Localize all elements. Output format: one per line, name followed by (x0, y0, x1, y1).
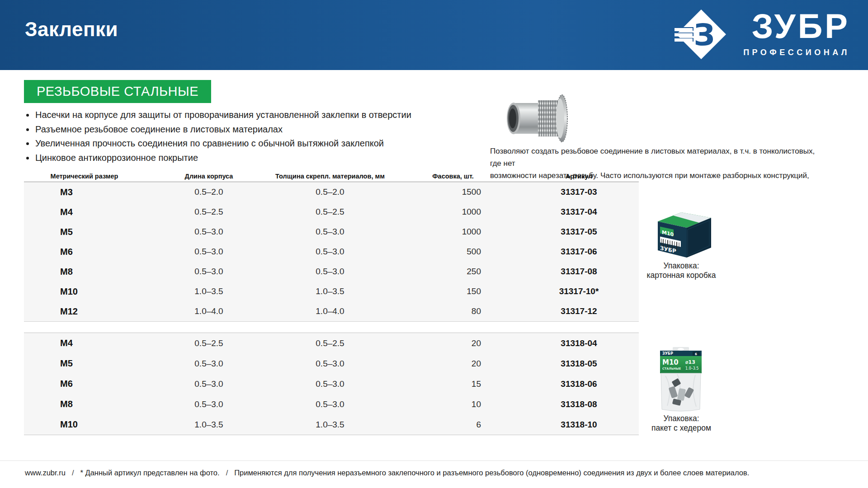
table-cell: М3 (24, 187, 145, 197)
table-cell: 0.5–3.0 (145, 267, 273, 277)
table-row: М80.5–3.00.5–3.01031318-08 (24, 394, 639, 414)
rivet-nut-image (503, 93, 579, 145)
svg-text:СТАЛЬНЫЕ: СТАЛЬНЫЕ (662, 367, 681, 371)
table-cell: М8 (24, 267, 145, 277)
table-cell: 15 (387, 379, 519, 389)
column-header: Длина корпуса (145, 173, 273, 180)
table-cell: 1.0–3.5 (273, 420, 387, 430)
table-cell: 0.5–2.5 (145, 207, 273, 217)
svg-text:М10: М10 (662, 358, 679, 366)
page-title: Заклепки (25, 18, 118, 41)
section-badge: РЕЗЬБОВЫЕ СТАЛЬНЫЕ (24, 80, 211, 103)
table-cell: 20 (387, 338, 519, 348)
table-row: М50.5–3.00.5–3.02031318-05 (24, 353, 639, 374)
caption-line: картонная коробка (629, 271, 733, 280)
table-cell: М6 (24, 247, 145, 257)
table-cell: 1.0–4.0 (273, 306, 387, 316)
table-row: М50.5–3.00.5–3.0100031317-05 (24, 222, 639, 242)
table-cell: 1.0–3.5 (145, 286, 273, 296)
table-cell: 1000 (387, 227, 519, 237)
table-row: М101.0–3.51.0–3.5631318-10 (24, 414, 639, 435)
table-row: М60.5–3.00.5–3.01531318-06 (24, 374, 639, 394)
feature-list: Насечки на корпусе для защиты от провора… (22, 108, 456, 165)
table-cell: 0.5–3.0 (145, 379, 273, 389)
column-header: Метрический размер (24, 173, 145, 180)
feature-item: Насечки на корпусе для защиты от провора… (22, 108, 456, 122)
brand-logo: З ЗУБР ПРОФЕССИОНАЛ (675, 6, 852, 65)
table-cell: 0.5–3.0 (273, 247, 387, 257)
carton-box-image: М10 ЗУБР (652, 210, 716, 259)
svg-text:1.0–3.5: 1.0–3.5 (685, 366, 698, 371)
table-cell: 31318-05 (519, 359, 639, 369)
feature-item: Увеличенная прочность соединения по срав… (22, 136, 456, 151)
table-cell: 1000 (387, 207, 519, 217)
column-header: Толщина скрепл. материалов, мм (273, 173, 387, 180)
table-header-row: Метрический размерДлина корпусаТолщина с… (24, 171, 639, 182)
table-cell: 31318-06 (519, 379, 639, 389)
table-row: М40.5–2.50.5–2.5100031317-04 (24, 202, 639, 222)
brand-tagline: ПРОФЕССИОНАЛ (730, 48, 850, 57)
spec-tables: Метрический размерДлина корпусаТолщина с… (24, 171, 639, 322)
table-cell: 1.0–3.5 (145, 420, 273, 430)
zubr-diamond-icon: З (675, 8, 728, 61)
packaging-caption-box: Упаковка: картонная коробка (629, 261, 733, 280)
footer-divider (0, 460, 868, 461)
footer-note-photo: * Данный артикул представлен на фото. (80, 469, 219, 477)
footer-separator: / (66, 469, 80, 477)
svg-text:6: 6 (695, 352, 697, 356)
caption-line: Упаковка: (629, 261, 733, 271)
footer-separator: / (220, 469, 235, 477)
table-cell: 0.5–2.5 (273, 338, 387, 348)
table-cell: 500 (387, 247, 519, 257)
svg-text:ЗУБР: ЗУБР (662, 352, 673, 356)
table-section-bag: М40.5–2.50.5–2.52031318-04М50.5–3.00.5–3… (24, 333, 639, 435)
table-cell: М5 (24, 227, 145, 237)
site-link[interactable]: www.zubr.ru (25, 469, 66, 477)
header-bar: Заклепки З ЗУБР ПРОФЕССИОНАЛ (0, 0, 868, 70)
table-cell: М5 (24, 358, 145, 369)
table-cell: 0.5–3.0 (145, 227, 273, 237)
table-row: М30.5–2.00.5–2.0150031317-03 (24, 182, 639, 202)
column-header: Артикул (519, 173, 639, 180)
table-cell: 31318-04 (519, 338, 639, 348)
table-cell: 31317-12 (519, 306, 639, 316)
table-cell: 31317-10* (519, 286, 639, 296)
table-cell: 0.5–3.0 (273, 399, 387, 409)
table-row: М60.5–3.00.5–3.050031317-06 (24, 242, 639, 262)
product-note-line: Позволяют создать резьбовое соединение в… (490, 145, 825, 169)
table-cell: 31317-06 (519, 247, 639, 257)
table-cell: 1.0–4.0 (145, 306, 273, 316)
table-cell: 0.5–3.0 (273, 359, 387, 369)
feature-item: Разъемное резьбовое соединение в листовы… (22, 122, 456, 137)
table-cell: 31318-10 (519, 420, 639, 430)
table-cell: 31317-03 (519, 187, 639, 197)
table-cell: 250 (387, 267, 519, 277)
column-header: Фасовка, шт. (387, 173, 519, 180)
table-cell: М10 (24, 419, 145, 430)
table-cell: 31317-04 (519, 207, 639, 217)
table-cell: 0.5–3.0 (273, 379, 387, 389)
catalog-page: Заклепки З ЗУБР ПРОФЕССИОНАЛ РЕЗЬБОВЫЕ С… (0, 0, 868, 488)
table-cell: М4 (24, 338, 145, 348)
table-cell: 0.5–3.0 (273, 227, 387, 237)
table-cell: 31317-08 (519, 267, 639, 277)
table-row: М101.0–3.51.0–3.515031317-10* (24, 282, 639, 301)
table-cell: 0.5–3.0 (145, 247, 273, 257)
table-cell: 1.0–3.5 (273, 286, 387, 296)
table-cell: 31317-05 (519, 227, 639, 237)
table-row: М80.5–3.00.5–3.025031317-08 (24, 262, 639, 282)
table-cell: М10 (24, 286, 145, 297)
table-cell: 6 (387, 420, 519, 430)
table-section-box: М30.5–2.00.5–2.0150031317-03М40.5–2.50.5… (24, 182, 639, 322)
caption-line: пакет с хедером (629, 423, 733, 433)
packaging-caption-bag: Упаковка: пакет с хедером (629, 414, 733, 432)
table-cell: 150 (387, 286, 519, 296)
header-bag-image: ЗУБР 6 М10 СТАЛЬНЫЕ ⌀13 1.0–3.5 (659, 347, 703, 412)
feature-item: Цинковое антикоррозионное покрытие (22, 151, 456, 165)
table-cell: 0.5–3.0 (273, 267, 387, 277)
table-cell: М12 (24, 306, 145, 317)
table-cell: 0.5–2.0 (273, 187, 387, 197)
table-cell: 0.5–2.0 (145, 187, 273, 197)
table-row: М121.0–4.01.0–4.08031317-12 (24, 301, 639, 321)
table-cell: 80 (387, 306, 519, 316)
